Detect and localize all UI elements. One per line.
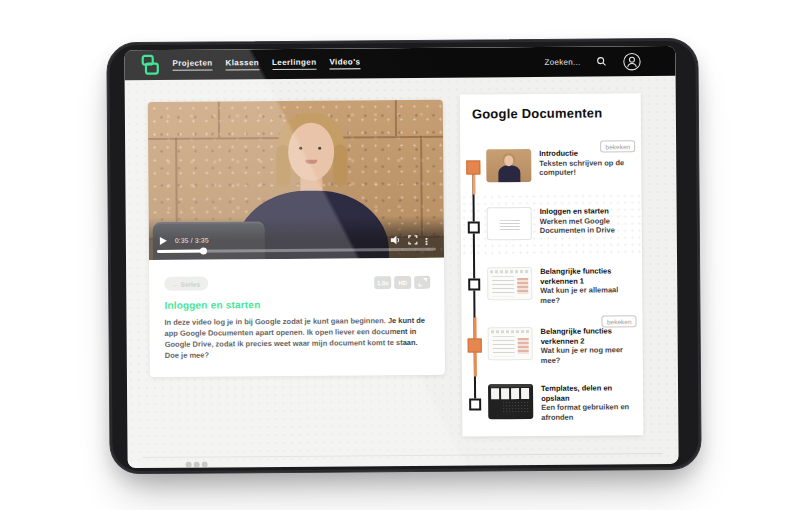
thumb-detail [501,388,509,399]
thumb-detail [492,276,514,296]
nav-item-videos[interactable]: Video's [329,57,360,69]
thumb-detail [502,401,530,414]
playlist-item-functies-2[interactable]: Belangrijke functies verkennen 2 Wat kun… [488,326,638,365]
playlist-item-introductie[interactable]: Introductie Teksten schrijven op de comp… [486,148,636,182]
search-input[interactable]: Zoeken... [544,57,580,66]
video-timestamp: 0:35 / 3:35 [175,237,209,244]
video-progress-fill [157,250,204,253]
thumb-detail [490,270,530,273]
play-icon[interactable] [160,237,167,245]
thumb-detail [491,330,531,333]
playlist-item-text: Belangrijke functies verkennen 2 Wat kun… [541,326,638,365]
fullscreen-icon[interactable] [408,235,418,245]
video-thumbnail [488,327,533,360]
thumb-detail [498,165,520,182]
playlist-panel: Google Documenten bekeken bekeken [460,93,644,436]
nav-item-projecten[interactable]: Projecten [172,58,212,70]
page: Projecten Klassen Leerlingen Video's Zoe… [0,0,800,510]
app-screen: Projecten Klassen Leerlingen Video's Zoe… [124,46,678,468]
header-spacer [360,62,544,63]
nav-item-leerlingen[interactable]: Leerlingen [272,58,317,70]
timeline-marker[interactable] [468,338,482,352]
presenter-face [288,123,334,181]
video-progress-bar[interactable] [157,248,436,253]
thumb-detail [500,220,520,230]
playlist-item-text: Belangrijke functies verkennen 1 Wat kun… [540,266,637,305]
search-icon[interactable] [596,56,606,66]
playlist-item-title: Belangrijke functies verkennen 2 [541,326,638,346]
thumb-detail [491,388,499,399]
playlist-item-text: Inloggen en starten Werken met Google Do… [540,206,637,240]
nav-item-klassen[interactable]: Klassen [226,58,260,70]
expand-button[interactable] [414,276,430,289]
volume-icon[interactable] [390,235,400,245]
thumb-detail [493,336,515,356]
thumb-detail [511,388,519,399]
video-info-panel: ← Series 1.0x HD Inloggen en starten In … [149,258,445,377]
playlist-item-text: Templates, delen en opslaan Een format g… [541,383,638,422]
thumb-detail [517,278,528,294]
playlist-item-subtitle: Wat kun je er nog meer mee? [541,345,638,365]
playback-speed-button[interactable]: 1.0x [374,276,391,289]
video-controls-bar: 0:35 / 3:35 [149,216,444,260]
video-progress-knob[interactable] [200,248,207,255]
playlist-item-title: Belangrijke functies verkennen 1 [540,266,637,286]
playlist-item-title: Templates, delen en opslaan [541,383,638,403]
thumb-detail [504,155,513,166]
main-nav: Projecten Klassen Leerlingen Video's [172,57,360,70]
playlist-item-subtitle: Teksten schrijven op de computer! [539,158,636,178]
video-player[interactable]: 0:35 / 3:35 [148,100,444,260]
video-description: In deze video log je in bij Google zodat… [164,315,431,361]
playlist-title: Google Documenten [472,105,603,121]
playlist-item-subtitle: Wat kun je er allemaal mee? [540,285,637,305]
timeline-marker[interactable] [469,398,481,410]
playlist-item-templates[interactable]: Templates, delen en opslaan Een format g… [488,383,638,422]
thumb-detail [490,384,531,387]
wall-seam [218,101,220,137]
presenter-eye [318,147,321,150]
profile-icon[interactable] [622,52,641,71]
page-content: 0:35 / 3:35 [125,76,679,468]
video-thumbnail [487,207,532,240]
timeline-marker[interactable] [466,160,480,174]
video-card: 0:35 / 3:35 [148,100,445,377]
timeline-marker[interactable] [468,278,480,290]
more-options-icon[interactable]: ⋮ [422,238,431,247]
playlist-item-functies-1[interactable]: Belangrijke functies verkennen 1 Wat kun… [487,266,637,305]
playlist-item-text: Introductie Teksten schrijven op de comp… [539,148,636,182]
playlist-item-subtitle: Een format gebruiken en afronden [541,402,638,422]
back-to-series-button[interactable]: ← Series [164,277,208,291]
tablet-frame: Projecten Klassen Leerlingen Video's Zoe… [106,38,701,475]
brand-logo-icon[interactable] [140,54,160,76]
video-thumbnail [486,149,531,182]
playlist-item-subtitle: Werken met Google Documenten in Drive [540,216,637,236]
presenter-hair [333,144,347,186]
bottom-divider [143,453,663,458]
quality-hd-button[interactable]: HD [394,276,411,289]
pagination-dot [194,462,200,468]
pagination-dot [202,462,208,468]
thumb-detail [518,338,529,354]
video-thumbnail [488,384,533,419]
playlist-item-inloggen[interactable]: Inloggen en starten Werken met Google Do… [487,206,637,240]
video-title: Inloggen en starten [164,299,260,311]
wall-seam [395,100,397,136]
timeline-marker[interactable] [468,221,480,233]
presenter-eye [299,147,302,150]
thumb-detail [521,388,529,399]
pagination-dot [186,462,192,468]
app-header: Projecten Klassen Leerlingen Video's Zoe… [124,46,675,80]
video-thumbnail [487,267,532,300]
timeline-watched-segment [472,174,475,194]
